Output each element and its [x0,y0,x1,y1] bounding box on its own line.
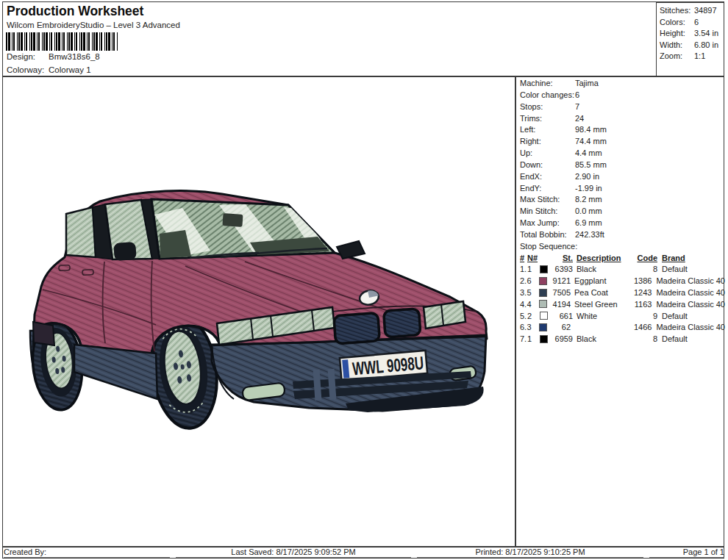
embroidery-car-design: WWL 9098U [3,77,514,545]
colorway-label: Colorway: [7,65,49,74]
stop-sequence-row: 3.5 7505Pea Coat 1243Madeira Classic 40 [516,287,725,299]
app-subtitle: Wilcom EmbroideryStudio – Level 3 Advanc… [7,21,180,29]
stop-sequence-header: # N# St. Description Code Brand [516,253,725,265]
footer: Created By: Last Saved: 8/17/2025 9:09:5… [4,547,724,558]
thread-swatch [539,300,547,308]
stop-sequence-title: Stop Sequence: [516,241,725,253]
thread-swatch [540,335,548,343]
stop-sequence-row: 1.1 6393Black 8Default [516,264,725,276]
stop-sequence-row: 2.6 9121Eggplant 1386Madeira Classic 40 [516,276,725,287]
production-worksheet-page: Production Worksheet Wilcom EmbroiderySt… [0,0,728,560]
page-title: Production Worksheet [7,4,143,19]
barcode-icon [6,32,118,51]
stop-sequence-row: 7.1 6959Black 8Default [516,334,725,345]
stat-row: Height:3.54 in [660,28,724,40]
design-value: Bmw318s6_8 [49,52,100,61]
stat-row: Zoom:1:1 [660,51,724,62]
stat-row: Colors:6 [660,17,724,29]
design-name-row: Design: Bmw318s6_8 [7,52,100,61]
page-number: Page 1 of 1 [649,547,724,558]
stop-sequence-row: 4.4 4194Steel Green 1163Madeira Classic … [516,299,725,311]
thread-swatch [539,277,547,285]
summary-stats-box: Stitches:34897 Colors:6 Height:3.54 in W… [656,2,724,76]
design-label: Design: [7,52,49,61]
stat-row: Width:6.80 in [660,40,724,51]
colorway-value: Colorway 1 [49,65,91,74]
machine-info-panel: Machine:Tajima Color changes:6 Stops:7 T… [516,78,725,345]
side-mirror [337,241,365,259]
colorway-row: Colorway: Colorway 1 [7,65,91,74]
thread-swatch [540,312,548,320]
rear-quarter-window [66,207,96,257]
stop-sequence-row: 6.3 62 1466Madeira Classic 40 [516,322,725,334]
taillight [33,322,54,345]
thread-swatch [539,323,547,331]
thread-swatch [539,289,547,297]
design-preview: WWL 9098U [3,77,514,545]
headrest [113,242,137,261]
rocker-sill [74,345,157,399]
created-by: Created By: [4,547,170,558]
thread-swatch [540,265,548,273]
stop-sequence-row: 5.2 661White 9Default [516,311,725,323]
last-saved: Last Saved: 8/17/2025 9:09:52 PM [176,547,411,558]
stat-row: Stitches:34897 [660,5,724,17]
printed-timestamp: Printed: 8/17/2025 9:10:25 PM [417,547,643,558]
